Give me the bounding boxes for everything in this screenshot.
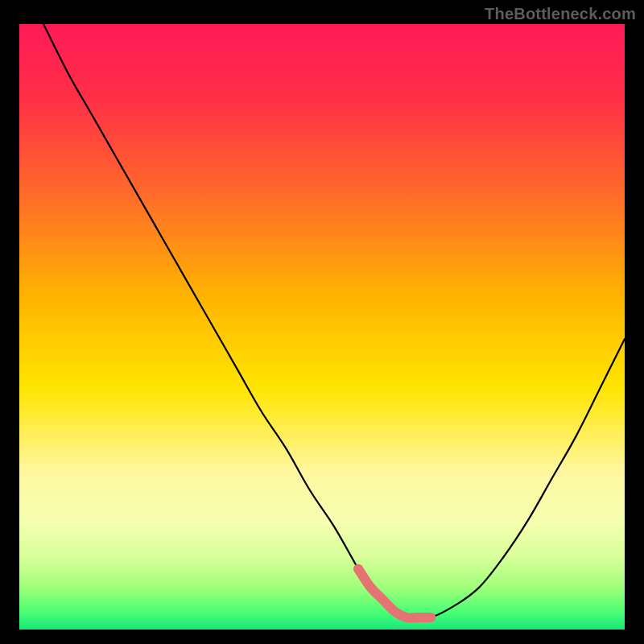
highlight-start-dot bbox=[353, 564, 363, 574]
chart-background bbox=[19, 24, 625, 630]
chart-svg bbox=[19, 24, 625, 630]
chart-stage: TheBottleneck.com bbox=[0, 0, 644, 644]
chart-plot-area bbox=[19, 24, 625, 630]
watermark-label: TheBottleneck.com bbox=[485, 5, 636, 23]
